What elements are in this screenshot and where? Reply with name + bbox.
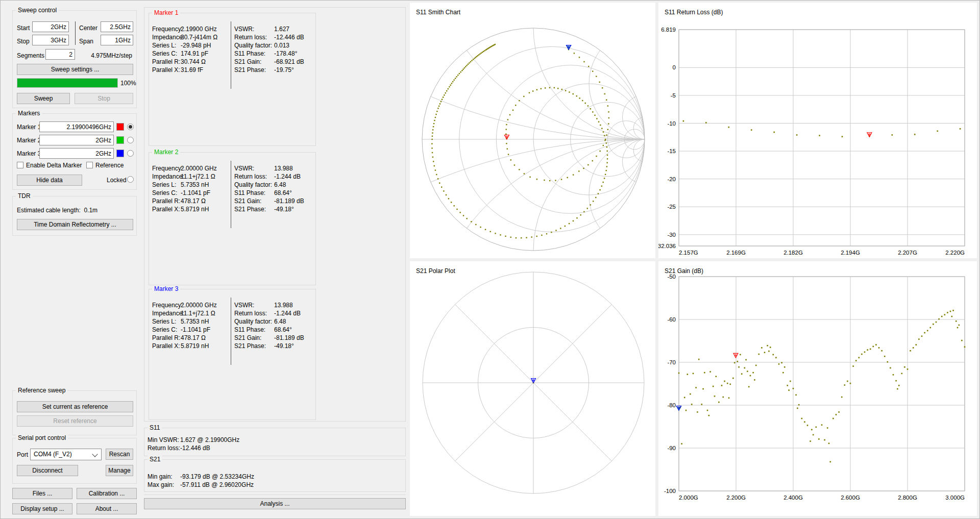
details-column-divider	[231, 161, 231, 228]
stop-input[interactable]	[32, 35, 69, 45]
s21-polar-chart[interactable]: S21 Polar Plot	[410, 261, 655, 516]
svg-text:2.194G: 2.194G	[841, 250, 860, 256]
marker-3-frequency-input[interactable]	[39, 148, 114, 159]
s21-gain-chart-title: S21 Gain (dB)	[665, 267, 703, 275]
svg-text:-10: -10	[667, 120, 676, 127]
locked-radio[interactable]	[127, 176, 134, 183]
reference-sweep-title: Reference sweep	[16, 387, 67, 394]
detail-row-label: Return loss:	[234, 34, 267, 41]
marker-3-select-radio[interactable]	[127, 150, 134, 157]
detail-row-label: S11 Phase:	[234, 326, 265, 333]
s11-smith-chart[interactable]: S11 Smith Chart	[410, 3, 655, 258]
svg-text:-60: -60	[667, 316, 676, 323]
reset-reference-button[interactable]: Reset reference	[17, 415, 133, 427]
tdr-title: TDR	[16, 192, 33, 200]
detail-row-value: 478.17 Ω	[181, 334, 206, 341]
stop-button[interactable]: Stop	[75, 93, 133, 104]
markers-group: Markers Enable Delta Marker Reference Hi…	[12, 113, 137, 190]
detail-row-label: Series L:	[152, 181, 176, 188]
chevron-down-icon	[92, 451, 97, 457]
disconnect-button[interactable]: Disconnect	[17, 465, 78, 476]
detail-row-label: Frequency:	[152, 165, 183, 172]
progress-percent-label: 100%	[120, 80, 136, 87]
detail-row-label: Return loss:	[234, 310, 267, 317]
detail-row-label: Series C:	[152, 326, 177, 333]
reference-checkbox[interactable]	[86, 162, 93, 168]
s11-return-loss-value: -12.446 dB	[180, 444, 210, 452]
sweep-control-title: Sweep control	[16, 7, 59, 14]
detail-row-value: 174.91 pF	[181, 50, 208, 57]
center-input[interactable]	[101, 21, 133, 32]
svg-text:-80: -80	[667, 402, 676, 408]
marker-2-select-radio[interactable]	[127, 137, 134, 143]
s21-gain-chart[interactable]: S21 Gain (dB) -50-60-70-80-90-1002.000G2…	[658, 261, 977, 516]
detail-row-value: 5.8719 nH	[181, 342, 209, 350]
display-setup-button[interactable]: Display setup ...	[12, 503, 72, 514]
detail-row-label: Parallel X:	[152, 66, 180, 73]
detail-row-label: Quality factor:	[234, 181, 272, 188]
set-current-as-reference-button[interactable]: Set current as reference	[17, 401, 133, 412]
svg-text:-70: -70	[667, 359, 676, 365]
detail-row-label: Quality factor:	[234, 42, 272, 49]
detail-row-value: -1.244 dB	[274, 173, 301, 180]
tdr-button[interactable]: Time Domain Reflectometry ...	[17, 219, 133, 230]
enable-delta-marker-checkbox[interactable]	[17, 162, 23, 168]
detail-row-label: Series C:	[152, 189, 177, 196]
about-button[interactable]: About ...	[77, 503, 137, 514]
svg-text:2.600G: 2.600G	[841, 495, 860, 501]
port-select[interactable]: COM4 (F_V2)	[30, 449, 102, 460]
svg-text:-30: -30	[667, 232, 676, 238]
s21-summary-group: S21 Min gain: -93.179 dB @ 2.53234GHz Ma…	[144, 459, 406, 492]
marker-data-column: Marker 1Frequency:2.19900 GHzImpedance:3…	[144, 7, 406, 422]
detail-row-value: 13.988	[274, 165, 293, 172]
marker-1-frequency-input[interactable]	[39, 121, 114, 132]
s11-return-loss-chart[interactable]: S11 Return Loss (dB) 6.8190-5-10-15-20-2…	[658, 3, 977, 258]
start-input[interactable]	[32, 21, 69, 32]
s11-return-loss-chart-title: S11 Return Loss (dB)	[665, 9, 723, 16]
detail-row-label: VSWR:	[234, 26, 254, 33]
port-select-value: COM4 (F_V2)	[34, 451, 72, 458]
segments-input[interactable]	[45, 49, 75, 60]
svg-text:-32.036: -32.036	[658, 243, 676, 249]
marker-2-frequency-input[interactable]	[39, 135, 114, 145]
svg-text:3.000G: 3.000G	[945, 495, 965, 501]
detail-row-value: 11.1+j72.1 Ω	[181, 173, 215, 180]
hide-data-button[interactable]: Hide data	[17, 175, 82, 186]
sweep-button[interactable]: Sweep	[17, 93, 70, 104]
files-button[interactable]: Files ...	[12, 488, 72, 499]
s11-return-loss-label: Return loss:	[148, 444, 180, 452]
detail-row-value: 0.013	[274, 42, 289, 49]
detail-row-label: S11 Phase:	[234, 189, 265, 196]
detail-row-value: -1.1041 pF	[181, 326, 210, 333]
detail-row-label: Impedance:	[152, 173, 184, 180]
detail-row-value: -29.948 pH	[181, 42, 211, 49]
smith-chart-canvas	[410, 3, 655, 258]
rescan-button[interactable]: Rescan	[106, 449, 133, 460]
svg-text:2.200G: 2.200G	[726, 495, 746, 501]
detail-row-label: Parallel R:	[152, 58, 180, 65]
detail-row-value: 5.7353 nH	[181, 318, 209, 325]
marker-1-select-radio[interactable]	[127, 123, 134, 130]
manage-button[interactable]: Manage	[106, 465, 133, 476]
detail-row-label: S21 Phase:	[234, 66, 266, 73]
cable-length-text: Estimated cable length: 0.1m	[17, 207, 97, 214]
detail-row-value: -81.189 dB	[274, 334, 304, 341]
sweep-settings-button[interactable]: Sweep settings ...	[17, 64, 133, 75]
analysis-button[interactable]: Analysis ...	[144, 498, 406, 509]
detail-row-label: Parallel R:	[152, 334, 180, 341]
s21-polar-chart-title: S21 Polar Plot	[416, 267, 455, 275]
svg-text:-5: -5	[671, 92, 676, 98]
start-label: Start	[17, 24, 30, 32]
svg-text:2.400G: 2.400G	[783, 495, 803, 501]
detail-row-value: 30.7-j414m Ω	[181, 34, 217, 41]
calibration-button[interactable]: Calibration ...	[77, 488, 137, 499]
detail-row-label: VSWR:	[234, 165, 254, 172]
tdr-group: TDR Estimated cable length: 0.1m Time Do…	[12, 196, 137, 236]
span-input[interactable]	[101, 35, 133, 45]
detail-row-label: Frequency:	[152, 26, 183, 33]
svg-text:-15: -15	[667, 148, 676, 154]
detail-row-value: 5.8719 nH	[181, 206, 209, 213]
reference-sweep-group: Reference sweep Set current as reference…	[12, 390, 137, 435]
detail-row-value: 2.00000 GHz	[181, 302, 217, 309]
enable-delta-marker-label: Enable Delta Marker	[26, 162, 82, 169]
